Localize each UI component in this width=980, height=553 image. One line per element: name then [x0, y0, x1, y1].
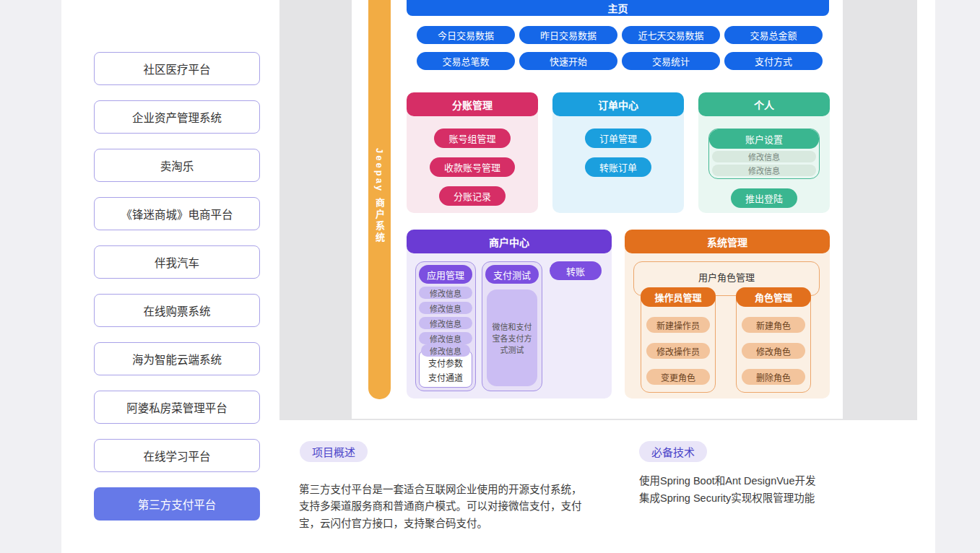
node-ledger-item: 收款账号管理	[430, 157, 515, 177]
node-logout: 推出登陆	[731, 188, 797, 208]
tech-badge: 必备技术	[639, 441, 707, 462]
node-home-item: 近七天交易数据	[622, 26, 720, 44]
node-operator-item: 变更角色	[646, 369, 710, 385]
sidebar-item-enterprise-asset[interactable]: 企业资产管理系统	[94, 100, 260, 134]
node-merchant-header: 商户中心	[407, 230, 612, 253]
node-account-settings-header: 账户设置	[709, 129, 819, 149]
node-personal-header: 个人	[698, 92, 830, 116]
tech-line: 集成Spring Security实现权限管理功能	[639, 490, 815, 508]
node-home-header: 主页	[407, 0, 829, 16]
sidebar-item-haiwei-cloud[interactable]: 海为智能云端系统	[94, 342, 260, 375]
node-home-item: 支付方式	[724, 52, 823, 70]
sidebar-item-maitaole[interactable]: 卖淘乐	[94, 149, 260, 182]
node-app-management-header: 应用管理	[419, 265, 472, 284]
node-home-item: 交易统计	[622, 52, 720, 70]
node-role-header: 角色管理	[736, 287, 811, 307]
node-pay-channel: 支付通道	[421, 371, 470, 386]
node-app-item: 修改信息	[419, 287, 472, 299]
home-pill-grid: 今日交易数据 昨日交易数据 近七天交易数据 交易总金额 交易总笔数 快速开始 交…	[417, 26, 823, 70]
node-role-item: 删除角色	[742, 369, 805, 385]
node-pay-test-column: 支付测试 微信和支付宝各支付方式测试	[482, 261, 542, 391]
node-home-item: 昨日交易数据	[519, 26, 617, 44]
tech-lines: 使用Spring Boot和Ant DesignVue开发 集成Spring S…	[639, 473, 815, 507]
diagram-viewer: Jeepay 商户系统 主页 今日交易数据 昨日交易数据 近七天交易数据 交易总…	[279, 0, 917, 420]
sidebar-item-fengmi-mall[interactable]: 《锋迷商城》电商平台	[94, 197, 260, 230]
project-showcase-page: 社区医疗平台 企业资产管理系统 卖淘乐 《锋迷商城》电商平台 伴我汽车 在线购票…	[0, 0, 980, 553]
node-role-column: 角色管理 新建角色 修改角色 删除角色	[736, 287, 811, 393]
node-account-item: 修改信息	[712, 165, 816, 176]
node-role-item: 修改角色	[742, 343, 805, 359]
node-ledger-header: 分账管理	[407, 92, 538, 116]
diagram-canvas: Jeepay 商户系统 主页 今日交易数据 昨日交易数据 近七天交易数据 交易总…	[352, 0, 843, 419]
node-pay-test-header: 支付测试	[485, 265, 539, 284]
node-orders-item: 转账订单	[585, 157, 651, 177]
sidebar-item-online-ticketing[interactable]: 在线购票系统	[94, 294, 260, 327]
node-account-settings-box: 账户设置 修改信息 修改信息	[708, 129, 820, 179]
node-ledger-item: 分账记录	[439, 186, 506, 206]
section-orders: 订单中心 订单管理 转账订单	[552, 92, 684, 213]
sidebar-item-apo-kitchen[interactable]: 阿婆私房菜管理平台	[94, 391, 260, 424]
sidebar-item-community-medical[interactable]: 社区医疗平台	[94, 52, 260, 85]
node-role-item: 新建角色	[742, 317, 805, 333]
tech-line: 使用Spring Boot和Ant DesignVue开发	[639, 473, 815, 490]
node-operator-item: 修改操作员	[646, 343, 710, 359]
node-operator-column: 操作员管理 新建操作员 修改操作员 变更角色	[641, 287, 716, 393]
section-merchant: 商户中心 应用管理 修改信息 修改信息 修改信息 修改信息 修改信息 支付参数 …	[407, 230, 612, 399]
node-home-item: 交易总金额	[724, 26, 823, 44]
section-personal: 个人 账户设置 修改信息 修改信息 推出登陆	[698, 92, 830, 213]
node-system-header: 系统管理	[625, 230, 830, 253]
node-pay-params: 支付参数	[421, 357, 470, 371]
overview-badge: 项目概述	[300, 441, 368, 462]
node-operator-header: 操作员管理	[641, 287, 716, 307]
node-app-item: 修改信息	[419, 332, 472, 344]
sidebar-item-online-learning[interactable]: 在线学习平台	[94, 439, 260, 472]
node-home-item: 快速开始	[519, 52, 617, 70]
node-app-detail-box: 修改信息 支付参数 支付通道	[419, 350, 472, 388]
node-home-item: 交易总笔数	[417, 52, 515, 70]
sidebar-item-third-party-payment[interactable]: 第三方支付平台	[94, 487, 260, 521]
node-app-management-column: 应用管理 修改信息 修改信息 修改信息 修改信息 修改信息 支付参数 支付通道	[415, 261, 476, 391]
node-home-item: 今日交易数据	[417, 26, 515, 44]
node-operator-item: 新建操作员	[646, 317, 710, 333]
node-ledger-item: 账号组管理	[434, 129, 510, 148]
node-app-item: 修改信息	[419, 317, 472, 329]
overview-text: 第三方支付平台是一套适合互联网企业使用的开源支付系统，支持多渠道服务商和普通商户…	[299, 482, 588, 533]
section-ledger: 分账管理 账号组管理 收款账号管理 分账记录	[407, 92, 538, 213]
system-vertical-bar: Jeepay 商户系统	[368, 0, 391, 399]
node-app-item: 修改信息	[419, 302, 472, 314]
sidebar-item-banwo-car[interactable]: 伴我汽车	[94, 245, 260, 279]
node-app-item: 修改信息	[421, 344, 470, 357]
node-orders-header: 订单中心	[552, 92, 684, 116]
node-pay-test-note: 微信和支付宝各支付方式测试	[487, 289, 537, 386]
section-system: 系统管理 用户角色管理 操作员管理 新建操作员 修改操作员 变更角色 角色管理 …	[625, 230, 830, 399]
node-orders-item: 订单管理	[585, 129, 651, 148]
node-transfer: 转账	[550, 261, 602, 280]
node-account-item: 修改信息	[712, 151, 816, 162]
